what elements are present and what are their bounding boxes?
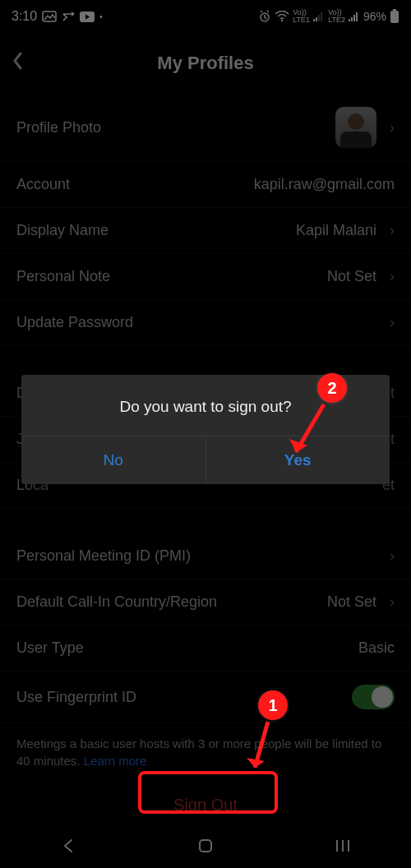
signal1-icon	[313, 12, 325, 21]
battery-pct: 96%	[363, 10, 386, 23]
callin-value: Not Set	[327, 593, 376, 611]
svg-marker-1	[72, 12, 75, 16]
fingerprint-label: Use Fingerprint ID	[16, 689, 136, 706]
youtube-icon	[80, 12, 95, 22]
svg-rect-15	[393, 9, 396, 11]
svg-rect-12	[353, 15, 355, 21]
callin-label: Default Call-In Country/Region	[16, 593, 217, 611]
personal-note-label: Personal Note	[16, 268, 110, 285]
update-password-label: Update Password	[16, 314, 133, 331]
personal-note-row[interactable]: Personal Note Not Set›	[0, 254, 411, 300]
annotation-arrow-1	[243, 717, 276, 783]
battery-icon	[390, 9, 399, 24]
account-label: Account	[16, 176, 70, 193]
update-password-row[interactable]: Update Password ›	[0, 300, 411, 346]
annotation-badge-2: 2	[317, 373, 347, 403]
display-name-value: Kapil Malani	[296, 222, 376, 239]
nav-back-button[interactable]	[59, 837, 77, 858]
pmi-label: Personal Meeting ID (PMI)	[16, 547, 191, 565]
nav-home-button[interactable]	[196, 836, 215, 859]
svg-rect-6	[313, 19, 315, 21]
usertype-label: User Type	[16, 639, 84, 657]
wifi-icon	[275, 11, 289, 22]
page-title: My Profiles	[157, 53, 253, 74]
status-bar: 3:10 • Vo))LTE1 Vo))LTE2 96%	[0, 0, 411, 33]
chevron-right-icon: ›	[390, 593, 395, 611]
alarm-icon	[258, 10, 271, 23]
chevron-right-icon: ›	[390, 314, 395, 331]
svg-rect-7	[316, 17, 317, 21]
display-name-row[interactable]: Display Name Kapil Malani›	[0, 208, 411, 254]
usertype-row: User Type Basic	[0, 626, 411, 672]
profile-photo-label: Profile Photo	[16, 119, 101, 136]
svg-rect-13	[356, 12, 358, 21]
learn-more-link[interactable]: Learn more	[84, 754, 147, 768]
personal-note-value: Not Set	[327, 268, 376, 285]
fingerprint-toggle[interactable]	[352, 685, 395, 709]
annotation-badge-1: 1	[258, 690, 288, 720]
avatar	[335, 107, 376, 148]
lte2-label: Vo))LTE2	[328, 9, 345, 24]
annotation-arrow-2	[283, 399, 332, 465]
account-value: kapil.raw@gmail.com	[254, 176, 395, 193]
chevron-right-icon: ›	[390, 222, 395, 239]
svg-rect-10	[349, 19, 350, 21]
android-navbar	[0, 827, 411, 868]
chevron-right-icon: ›	[390, 547, 395, 565]
image-icon	[42, 11, 57, 22]
svg-rect-8	[318, 15, 320, 21]
back-button[interactable]	[12, 51, 23, 74]
lte1-label: Vo))LTE1	[293, 9, 310, 24]
fingerprint-row: Use Fingerprint ID	[0, 672, 411, 723]
dialog-no-button[interactable]: No	[21, 436, 206, 484]
status-time: 3:10	[12, 9, 37, 24]
svg-rect-14	[390, 11, 399, 23]
svg-point-5	[281, 20, 283, 21]
signal2-icon	[349, 12, 360, 21]
svg-rect-16	[200, 840, 211, 852]
svg-rect-9	[321, 12, 322, 21]
limit-note-text: Meetings a basic user hosts with 3 or mo…	[16, 736, 381, 768]
profile-photo-row[interactable]: Profile Photo ›	[0, 94, 411, 162]
usertype-value: Basic	[358, 639, 395, 657]
status-dot: •	[99, 12, 103, 21]
nav-recents-button[interactable]	[334, 838, 352, 857]
chevron-right-icon: ›	[390, 268, 395, 285]
pmi-row[interactable]: Personal Meeting ID (PMI) ›	[0, 533, 411, 579]
header: My Profiles	[0, 41, 411, 85]
svg-rect-11	[351, 17, 353, 21]
chevron-right-icon: ›	[390, 119, 395, 136]
callin-row[interactable]: Default Call-In Country/Region Not Set›	[0, 579, 411, 626]
account-row: Account kapil.raw@gmail.com	[0, 162, 411, 208]
missed-call-icon	[62, 11, 75, 22]
display-name-label: Display Name	[16, 222, 109, 239]
